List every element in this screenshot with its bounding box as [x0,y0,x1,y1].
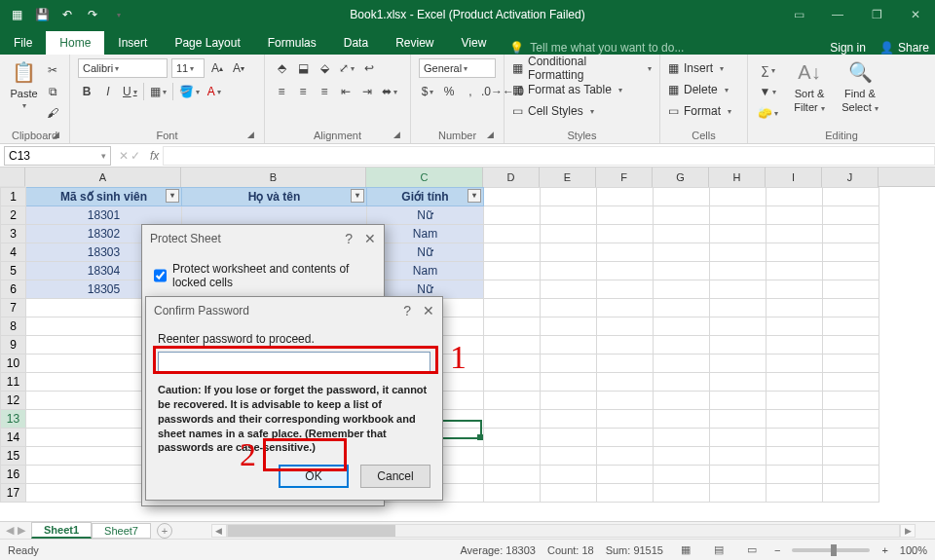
cell[interactable] [710,206,767,225]
page-break-view-icon[interactable]: ▭ [741,541,763,559]
number-format-combo[interactable]: General [419,58,496,78]
bold-button[interactable]: B [78,82,95,101]
increase-font-icon[interactable]: A▴ [208,58,226,78]
tab-view[interactable]: View [448,31,501,55]
ok-button[interactable]: OK [279,465,349,488]
filter-button[interactable]: ▾ [468,189,481,203]
tab-nav-next-icon[interactable]: ▶ [18,524,25,537]
cell[interactable] [597,206,654,225]
italic-button[interactable]: I [99,82,117,101]
protect-contents-checkbox[interactable] [154,269,167,282]
paste-button[interactable]: 📋 Paste ▾ [8,58,40,110]
column-header-E[interactable]: E [540,168,596,187]
row-header[interactable]: 2 [1,206,26,225]
save-icon[interactable]: 💾 [31,4,53,25]
cell[interactable] [597,429,654,447]
font-name-combo[interactable]: Calibri [78,58,168,78]
horizontal-scrollbar[interactable]: ◀ ▶ [211,524,916,538]
cell[interactable] [597,299,654,317]
cell[interactable] [710,299,767,317]
cell[interactable] [823,225,879,243]
tab-nav-prev-icon[interactable]: ◀ [6,524,14,537]
cell[interactable] [597,336,654,355]
cell[interactable] [710,429,767,447]
row-header[interactable]: 10 [1,355,26,373]
filter-button[interactable]: ▾ [351,189,364,203]
cell[interactable] [654,447,710,466]
cell[interactable] [823,188,879,206]
column-header-A[interactable]: A [25,168,181,187]
cell[interactable] [597,484,654,503]
cell[interactable] [654,243,710,262]
merge-center-icon[interactable]: ⬌ [380,82,399,101]
sign-in-link[interactable]: Sign in [830,41,866,55]
cell[interactable] [710,410,767,429]
cell[interactable] [541,262,597,280]
fx-icon[interactable]: fx [146,149,163,163]
restore-icon[interactable]: ❐ [857,1,896,28]
cell[interactable] [541,280,597,299]
cell[interactable] [541,466,597,484]
cell[interactable] [484,188,541,206]
cell[interactable] [654,392,710,410]
zoom-slider[interactable] [792,548,870,552]
row-header[interactable]: 5 [1,262,26,280]
find-select-button[interactable]: 🔍 Find & Select ▾ [839,58,881,113]
column-header-B[interactable]: B [181,168,366,187]
cell[interactable] [484,299,541,317]
column-header-H[interactable]: H [709,168,766,187]
format-painter-icon[interactable]: 🖌 [44,103,61,123]
conditional-formatting-button[interactable]: ▦Conditional Formatting▾ [512,58,652,78]
page-layout-view-icon[interactable]: ▤ [708,541,729,559]
row-header[interactable]: 11 [1,373,26,392]
cell[interactable] [654,317,710,336]
font-launcher[interactable]: ◢ [247,130,254,139]
zoom-in-icon[interactable]: + [881,544,887,556]
cell[interactable] [541,392,597,410]
cell[interactable] [654,299,710,317]
tab-formulas[interactable]: Formulas [254,31,330,55]
cell[interactable] [654,336,710,355]
cell[interactable] [597,225,654,243]
cell[interactable]: Mã số sinh viên▾ [26,188,182,206]
increase-indent-icon[interactable]: ⇥ [358,82,376,101]
cell[interactable] [767,392,823,410]
cell[interactable] [710,484,767,503]
cell[interactable] [541,206,597,225]
cell[interactable] [541,410,597,429]
tab-home[interactable]: Home [46,31,104,55]
delete-cells-button[interactable]: ▦Delete▾ [668,80,739,99]
tab-data[interactable]: Data [330,31,382,55]
cell[interactable] [597,262,654,280]
sheet-tab-1[interactable]: Sheet1 [31,522,92,539]
fill-icon[interactable]: ▼ [756,82,780,101]
cell[interactable] [823,429,879,447]
tell-me[interactable]: 💡Tell me what you want to do... [509,41,684,55]
cell[interactable] [823,447,879,466]
copy-icon[interactable]: ⧉ [44,82,61,101]
cell[interactable] [823,317,879,336]
cell[interactable] [823,243,879,262]
cut-icon[interactable]: ✂ [44,60,61,80]
share-button[interactable]: 👤Share [879,41,929,55]
row-header[interactable]: 9 [1,336,26,355]
insert-cells-button[interactable]: ▦Insert▾ [668,58,739,78]
qat-dropdown-icon[interactable] [107,4,129,25]
redo-icon[interactable]: ↷ [82,4,103,25]
align-top-icon[interactable]: ⬘ [273,58,290,78]
column-header-C[interactable]: C [366,168,483,187]
formula-input[interactable] [163,146,935,166]
cell[interactable] [767,373,823,392]
cell[interactable] [484,355,541,373]
cell[interactable] [541,355,597,373]
cell[interactable] [710,280,767,299]
cell[interactable] [767,336,823,355]
close-icon[interactable]: ✕ [896,1,935,28]
select-all-triangle[interactable] [0,168,25,187]
align-middle-icon[interactable]: ⬓ [294,58,312,78]
sheet-tab-2[interactable]: Sheet7 [92,523,151,539]
cell[interactable] [654,373,710,392]
cell[interactable] [597,466,654,484]
align-center-icon[interactable]: ≡ [294,82,312,101]
cell[interactable] [484,484,541,503]
